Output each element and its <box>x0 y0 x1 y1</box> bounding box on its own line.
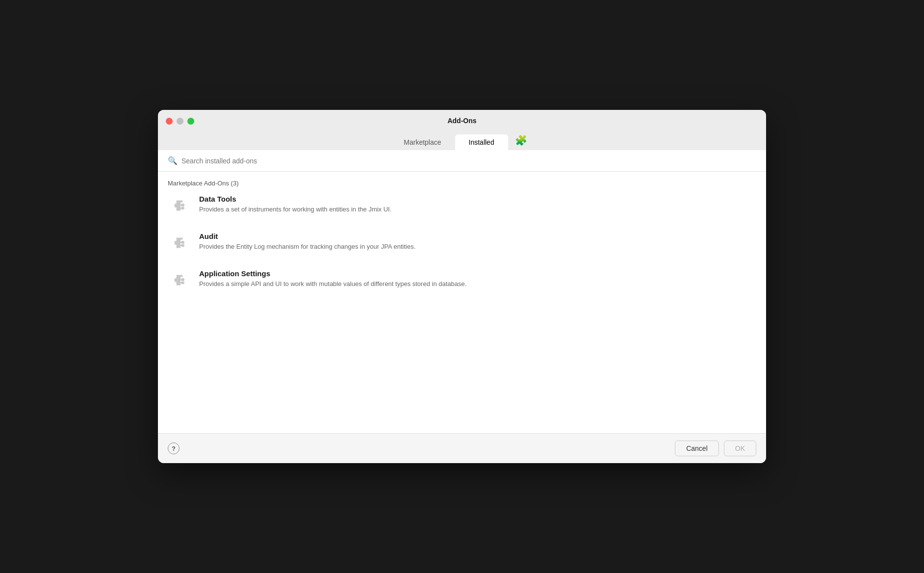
addon-icon-audit <box>168 232 191 256</box>
close-button[interactable] <box>166 118 173 125</box>
content-area: 🔍 Marketplace Add-Ons (3) Data Tools Pro… <box>158 150 766 433</box>
list-item: Application Settings Provides a simple A… <box>168 269 756 293</box>
tab-install-from-disk[interactable]: 🧩 <box>508 130 534 150</box>
cancel-button[interactable]: Cancel <box>675 441 719 456</box>
puzzle-icon <box>169 234 190 254</box>
footer-buttons: Cancel OK <box>675 441 756 456</box>
ok-button[interactable]: OK <box>724 441 756 456</box>
add-ons-window: Add-Ons Marketplace Installed 🧩 🔍 Market… <box>158 110 766 463</box>
list-item: Data Tools Provides a set of instruments… <box>168 195 756 218</box>
title-bar: Add-Ons Marketplace Installed 🧩 <box>158 110 766 150</box>
traffic-lights <box>166 118 194 125</box>
search-icon: 🔍 <box>168 156 178 165</box>
section-header: Marketplace Add-Ons (3) <box>168 180 756 187</box>
search-input[interactable] <box>181 157 756 165</box>
window-title: Add-Ons <box>447 117 476 125</box>
puzzle-icon <box>169 196 190 217</box>
addon-info-audit: Audit Provides the Entity Log mechanism … <box>199 232 756 251</box>
list-area: Marketplace Add-Ons (3) Data Tools Provi… <box>158 172 766 433</box>
search-bar: 🔍 <box>158 150 766 172</box>
addon-name: Application Settings <box>199 269 756 278</box>
tab-marketplace[interactable]: Marketplace <box>390 134 455 150</box>
help-button[interactable]: ? <box>168 443 180 454</box>
tab-installed[interactable]: Installed <box>455 134 508 150</box>
list-item: Audit Provides the Entity Log mechanism … <box>168 232 756 256</box>
tab-bar: Marketplace Installed 🧩 <box>390 130 534 150</box>
maximize-button[interactable] <box>187 118 194 125</box>
addon-name: Audit <box>199 232 756 240</box>
puzzle-icon <box>169 271 190 291</box>
addon-icon-app-settings <box>168 269 191 293</box>
footer: ? Cancel OK <box>158 433 766 463</box>
addon-name: Data Tools <box>199 195 756 203</box>
addon-info-data-tools: Data Tools Provides a set of instruments… <box>199 195 756 214</box>
addon-info-app-settings: Application Settings Provides a simple A… <box>199 269 756 288</box>
addon-description: Provides a set of instruments for workin… <box>199 205 756 214</box>
addon-icon-data-tools <box>168 195 191 218</box>
addon-description: Provides a simple API and UI to work wit… <box>199 280 756 288</box>
addon-description: Provides the Entity Log mechanism for tr… <box>199 242 756 251</box>
puzzle-plus-icon: 🧩 <box>515 134 527 146</box>
minimize-button[interactable] <box>177 118 183 125</box>
